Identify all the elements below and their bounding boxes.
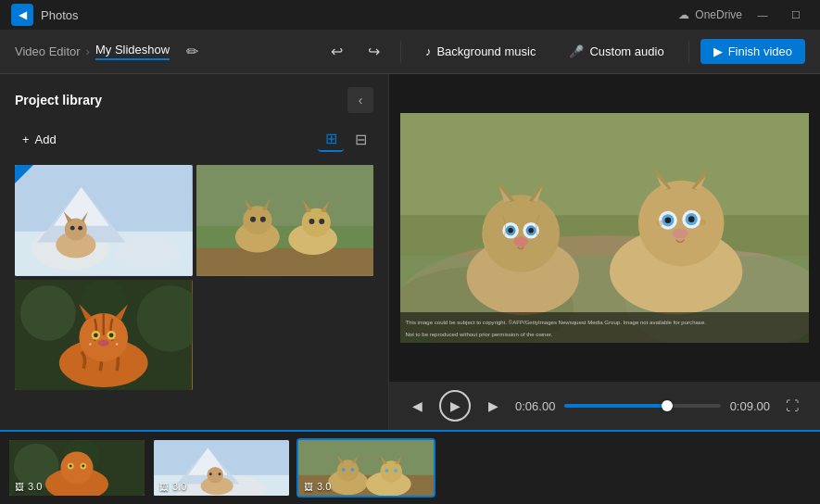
custom-audio-button[interactable]: 🎤 Custom audio	[556, 39, 676, 64]
breadcrumb: Video Editor › My Slideshow	[15, 43, 170, 60]
svg-point-103	[342, 468, 346, 472]
add-label: Add	[35, 132, 57, 146]
current-time: 0:06.00	[515, 399, 555, 413]
clip-label-1: 🖼 3.0	[15, 481, 42, 492]
svg-rect-43	[400, 113, 809, 215]
media-item-1[interactable]	[15, 165, 193, 276]
svg-point-22	[301, 208, 330, 237]
play-icon: ▶	[450, 398, 460, 413]
clip-duration-3: 3.0	[317, 481, 331, 492]
media-grid	[0, 161, 388, 394]
breadcrumb-separator: ›	[86, 44, 90, 58]
collapse-panel-button[interactable]: ‹	[347, 87, 373, 113]
svg-point-83	[60, 451, 93, 484]
svg-point-110	[394, 469, 397, 472]
custom-audio-label: Custom audio	[589, 44, 663, 58]
svg-point-28	[20, 285, 76, 341]
svg-point-86	[69, 465, 72, 468]
forward-icon: ▶	[488, 398, 498, 413]
grid-view-button[interactable]: ⊞	[318, 126, 344, 152]
svg-point-49	[482, 195, 560, 272]
cloud-label: OneDrive	[695, 8, 742, 21]
minimize-button[interactable]: —	[750, 2, 776, 28]
svg-point-106	[381, 460, 402, 482]
breadcrumb-current: My Slideshow	[95, 43, 170, 60]
svg-point-26	[319, 219, 324, 224]
background-music-button[interactable]: ♪ Background music	[412, 39, 549, 64]
svg-text:This image could be subject to: This image could be subject to copyright…	[406, 320, 707, 325]
edit-title-button[interactable]: ✏	[177, 37, 207, 67]
add-media-button[interactable]: + Add	[15, 129, 64, 150]
cloud-icon: ☁	[678, 8, 689, 21]
media-item-2[interactable]	[196, 165, 374, 276]
app-title: Photos	[41, 8, 78, 22]
progress-thumb[interactable]	[662, 400, 673, 411]
clip-duration-2: 3.0	[172, 481, 186, 492]
background-music-label: Background music	[436, 44, 536, 58]
svg-point-95	[209, 472, 212, 475]
microphone-icon: 🎤	[569, 44, 584, 58]
svg-point-10	[70, 226, 75, 231]
svg-rect-76	[400, 312, 809, 343]
svg-point-25	[309, 219, 314, 224]
redo-button[interactable]: ↪	[360, 37, 389, 67]
title-bar-right: ☁ OneDrive — ☐	[678, 2, 809, 28]
back-button[interactable]: ◀	[11, 4, 33, 26]
play-button[interactable]: ▶	[439, 390, 471, 422]
timeline: 🖼 3.0 🖼 3.0	[0, 430, 820, 504]
svg-rect-14	[196, 226, 374, 248]
svg-point-71	[665, 217, 672, 223]
grid-icon: ⊞	[325, 130, 337, 147]
list-view-button[interactable]: ⊟	[347, 126, 373, 152]
media-item-3[interactable]	[15, 280, 193, 391]
finish-video-label: Finish video	[728, 44, 792, 58]
add-icon: +	[22, 132, 30, 146]
list-icon: ⊟	[355, 131, 367, 148]
svg-point-87	[82, 465, 84, 468]
forward-button[interactable]: ▶	[480, 393, 506, 419]
svg-point-37	[94, 333, 98, 337]
clip-label-3: 🖼 3.0	[304, 481, 331, 492]
music-icon: ♪	[425, 44, 432, 58]
undo-button[interactable]: ↩	[322, 37, 352, 67]
preview-svg: This image could be subject to copyright…	[400, 113, 809, 343]
svg-point-11	[78, 226, 82, 231]
preview-area: This image could be subject to copyright…	[389, 74, 820, 382]
svg-point-20	[259, 217, 265, 222]
fullscreen-icon: ⛶	[786, 398, 799, 413]
fullscreen-button[interactable]: ⛶	[779, 393, 805, 419]
video-preview: This image could be subject to copyright…	[400, 113, 809, 343]
thumb-image-3	[15, 280, 193, 391]
maximize-button[interactable]: ☐	[783, 2, 809, 28]
progress-bar[interactable]	[564, 404, 720, 408]
timeline-clip-2[interactable]: 🖼 3.0	[152, 438, 291, 498]
clip-label-2: 🖼 3.0	[159, 481, 186, 492]
svg-point-62	[638, 181, 725, 267]
timeline-clip-1[interactable]: 🖼 3.0	[7, 438, 146, 498]
timeline-clip-3[interactable]: 🖼 3.0	[296, 438, 435, 498]
breadcrumb-parent[interactable]: Video Editor	[15, 44, 81, 58]
svg-point-72	[688, 216, 695, 222]
toolbar-divider-2	[688, 41, 689, 63]
svg-point-75	[700, 220, 706, 226]
svg-point-74	[657, 220, 663, 227]
svg-text:Not to be reproduced without p: Not to be reproduced without prior permi…	[406, 332, 553, 337]
library-toolbar: + Add ⊞ ⊟	[0, 122, 388, 161]
svg-point-58	[508, 228, 513, 233]
project-library-title: Project library	[15, 93, 102, 107]
thumb-image-1	[15, 165, 193, 276]
svg-point-38	[109, 333, 114, 337]
main-content: Project library ‹ + Add ⊞ ⊟	[0, 74, 820, 430]
rewind-button[interactable]: ◀	[404, 393, 430, 419]
playback-controls: ◀ ▶ ▶ 0:06.00 0:09.00 ⛶	[389, 382, 820, 430]
svg-point-19	[250, 217, 256, 222]
toolbar: Video Editor › My Slideshow ✏ ↩ ↪ ♪ Back…	[0, 30, 820, 74]
left-panel: Project library ‹ + Add ⊞ ⊟	[0, 74, 389, 430]
cloud-info: ☁ OneDrive	[678, 8, 742, 21]
finish-video-button[interactable]: ▶ Finish video	[700, 39, 805, 64]
svg-point-41	[116, 343, 118, 345]
thumb-image-2	[196, 165, 374, 276]
svg-point-96	[219, 472, 221, 475]
svg-point-39	[98, 339, 109, 346]
title-bar-left: ◀ Photos	[11, 4, 78, 26]
